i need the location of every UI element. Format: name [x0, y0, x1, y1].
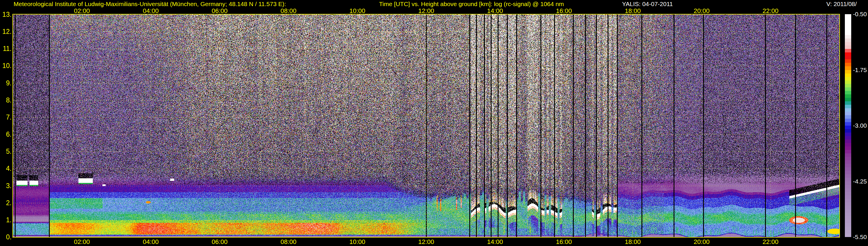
colorbar-step: [845, 223, 851, 226]
height-tick-label: 11.: [0, 45, 11, 52]
colorbar-step: [845, 192, 851, 195]
colorbar-step: [845, 59, 851, 63]
colorbar-step: [845, 216, 851, 220]
colorbar-step: [845, 21, 851, 25]
height-tick-label: 5.: [0, 148, 11, 155]
time-tick-label: 22:00: [757, 238, 783, 246]
colorbar-step: [845, 195, 851, 199]
colorbar-step: [845, 199, 851, 202]
height-tick-label: 13.: [0, 11, 11, 18]
colorbar-tick-label: -1.75: [853, 67, 867, 73]
height-tick-label: 0.: [0, 233, 11, 241]
colorbar-step: [845, 101, 851, 105]
height-tick-label: 7.: [0, 114, 11, 121]
colorbar-step: [845, 160, 851, 164]
colorbar-step: [845, 119, 851, 122]
colorbar-tick-label: -5.50: [853, 234, 867, 241]
colorbar-step: [845, 147, 851, 150]
height-tick-label: 6.: [0, 130, 11, 138]
plot-frame: [12, 14, 840, 238]
colorbar-tick-label: -4.25: [853, 178, 867, 185]
colorbar: [845, 14, 851, 237]
height-tick-label: 1.: [0, 216, 11, 224]
colorbar-step: [845, 178, 851, 181]
colorbar-step: [845, 18, 851, 21]
height-tick-label: 9.: [0, 79, 11, 87]
colorbar-step: [845, 126, 851, 129]
colorbar-step: [845, 230, 851, 234]
colorbar-step: [845, 150, 851, 153]
colorbar-step: [845, 35, 851, 38]
height-tick-label: 10.: [0, 62, 11, 69]
time-tick-label: 02:00: [69, 238, 95, 246]
colorbar-step: [845, 132, 851, 136]
colorbar-step: [845, 42, 851, 45]
colorbar-step: [845, 185, 851, 188]
plot-title: Time [UTC] vs. Height above ground [km]:…: [379, 1, 564, 7]
time-tick-label: 04:00: [138, 238, 164, 246]
colorbar-step: [845, 108, 851, 112]
colorbar-step: [845, 153, 851, 157]
colorbar-step: [845, 188, 851, 192]
time-tick-label: 10:00: [344, 238, 370, 246]
colorbar-step: [845, 49, 851, 52]
colorbar-step: [845, 66, 851, 70]
height-tick-label: 4.: [0, 165, 11, 172]
colorbar-step: [845, 174, 851, 178]
colorbar-step: [845, 73, 851, 77]
colorbar-step: [845, 38, 851, 42]
colorbar-step: [845, 25, 851, 28]
colorbar-step: [845, 52, 851, 56]
colorbar-step: [845, 112, 851, 115]
lidar-heatmap-canvas: [13, 14, 839, 237]
time-tick-label: 20:00: [689, 238, 715, 246]
colorbar-step: [845, 213, 851, 216]
colorbar-step: [845, 56, 851, 59]
colorbar-step: [845, 77, 851, 81]
colorbar-step: [845, 140, 851, 143]
time-tick-label: 16:00: [551, 238, 577, 246]
height-tick-label: 3.: [0, 182, 11, 190]
version-label: V: 2011/08/: [826, 1, 857, 7]
colorbar-step: [845, 129, 851, 132]
colorbar-step: [845, 157, 851, 160]
colorbar-step: [845, 226, 851, 230]
colorbar-step: [845, 28, 851, 32]
colorbar-step: [845, 234, 851, 237]
colorbar-step: [845, 171, 851, 174]
colorbar-step: [845, 167, 851, 171]
colorbar-step: [845, 98, 851, 101]
colorbar-tick-label: -3.00: [853, 122, 867, 129]
colorbar-step: [845, 87, 851, 91]
colorbar-step: [845, 115, 851, 119]
colorbar-step: [845, 181, 851, 185]
colorbar-step: [845, 32, 851, 35]
time-tick-label: 08:00: [275, 238, 302, 246]
colorbar-step: [845, 81, 851, 84]
height-tick-label: 8.: [0, 96, 11, 104]
colorbar-step: [845, 206, 851, 209]
colorbar-step: [845, 91, 851, 94]
time-tick-label: 14:00: [482, 238, 508, 246]
colorbar-step: [845, 220, 851, 223]
institute-title: Meteorological Institute of Ludwig-Maxim…: [13, 1, 286, 7]
colorbar-step: [845, 136, 851, 140]
colorbar-step: [845, 164, 851, 167]
colorbar-step: [845, 105, 851, 108]
height-tick-label: 2.: [0, 199, 11, 207]
colorbar-step: [845, 94, 851, 98]
colorbar-tick-label: -0.50: [853, 11, 867, 18]
colorbar-step: [845, 45, 851, 49]
time-tick-label: 12:00: [413, 238, 439, 246]
time-tick-label: 06:00: [207, 238, 232, 246]
colorbar-step: [845, 209, 851, 213]
colorbar-step: [845, 14, 851, 18]
colorbar-step: [845, 202, 851, 206]
colorbar-step: [845, 84, 851, 87]
system-date-label: YALIS: 04-07-2011: [622, 1, 673, 7]
lidar-quicklook-screen: { "header": { "institute": "Meteorologic…: [0, 0, 868, 246]
time-tick-label: 18:00: [620, 238, 646, 246]
colorbar-step: [845, 63, 851, 66]
colorbar-step: [845, 70, 851, 73]
height-tick-label: 12.: [0, 28, 11, 35]
